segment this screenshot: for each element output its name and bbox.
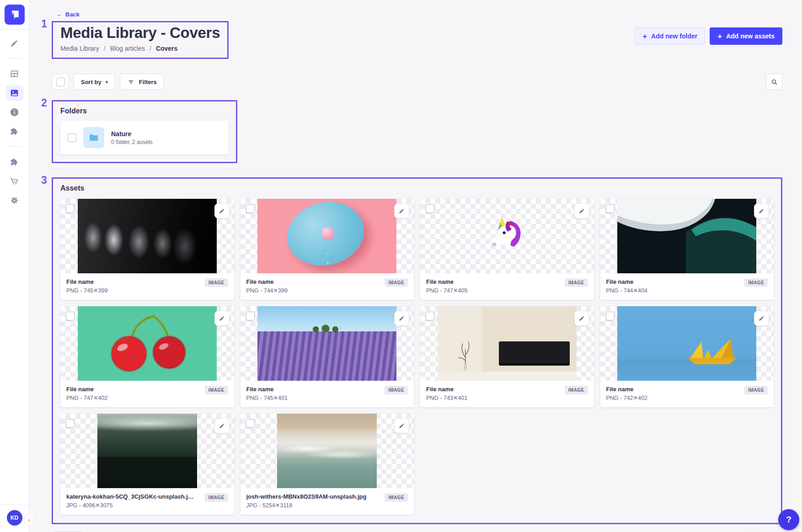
asset-file-name: kateryna-kokhan-5CQ_3CjSGKc-unsplash.jpg bbox=[66, 493, 194, 500]
strapi-logo-icon bbox=[9, 9, 21, 21]
gear-icon bbox=[10, 196, 19, 205]
asset-type-badge: IMAGE bbox=[205, 278, 228, 287]
search-button[interactable] bbox=[766, 74, 782, 90]
pencil-icon bbox=[219, 315, 225, 322]
asset-checkbox[interactable] bbox=[246, 312, 255, 320]
assets-grid: File name PNG - 745✕399 IMAGE File name bbox=[60, 199, 774, 515]
strapi-logo[interactable] bbox=[5, 5, 25, 25]
edit-asset-button[interactable] bbox=[574, 311, 589, 326]
add-new-assets-button[interactable]: + Add new assets bbox=[710, 27, 782, 45]
plant-graphic bbox=[457, 332, 474, 371]
asset-card: File name PNG - 747✕405 IMAGE bbox=[420, 199, 594, 300]
breadcrumb-blog-articles[interactable]: Blog articles bbox=[110, 45, 145, 52]
edit-asset-button[interactable] bbox=[754, 203, 769, 218]
asset-checkbox[interactable] bbox=[246, 419, 255, 428]
search-icon bbox=[770, 78, 778, 86]
asset-checkbox[interactable] bbox=[426, 312, 434, 320]
sidebar-item-purchase[interactable] bbox=[5, 173, 24, 189]
asset-card: File name PNG - 745✕399 IMAGE bbox=[60, 199, 234, 300]
edit-asset-button[interactable] bbox=[394, 418, 409, 433]
edit-asset-button[interactable] bbox=[394, 311, 409, 326]
add-folder-label: Add new folder bbox=[651, 32, 697, 40]
asset-file-meta: PNG - 742✕402 bbox=[606, 394, 647, 401]
breadcrumb-covers: Covers bbox=[156, 45, 177, 52]
puzzle-icon bbox=[10, 127, 19, 136]
edit-asset-button[interactable] bbox=[394, 203, 409, 218]
asset-file-meta: JPG - 5254✕3118 bbox=[246, 502, 367, 509]
asset-type-badge: IMAGE bbox=[385, 278, 408, 287]
sidebar-item-content-type-builder[interactable] bbox=[5, 66, 24, 81]
back-arrow-icon: ← bbox=[56, 11, 62, 18]
asset-checkbox[interactable] bbox=[66, 419, 75, 428]
puzzle-icon bbox=[10, 157, 19, 167]
asset-file-meta: PNG - 747✕405 bbox=[426, 287, 467, 294]
sidebar-collapse-button[interactable]: › bbox=[25, 514, 34, 526]
pencil-icon bbox=[10, 38, 19, 48]
asset-file-meta: PNG - 744✕404 bbox=[606, 287, 647, 294]
asset-thumbnail-cherries bbox=[78, 306, 217, 381]
asset-media bbox=[60, 414, 234, 488]
sidebar-item-documentation[interactable] bbox=[5, 104, 24, 120]
assets-heading: Assets bbox=[60, 184, 774, 192]
asset-type-badge: IMAGE bbox=[744, 278, 768, 287]
folder-icon-wrap bbox=[83, 127, 104, 148]
folder-checkbox[interactable] bbox=[68, 133, 76, 142]
asset-file-meta: JPG - 4096✕3075 bbox=[66, 502, 194, 509]
pencil-icon bbox=[578, 207, 585, 214]
asset-checkbox[interactable] bbox=[246, 204, 255, 213]
annotation-box-2: 2 Folders Nature 0 folder, 2 assets bbox=[52, 100, 237, 163]
asset-card: File name PNG - 742✕402 IMAGE bbox=[600, 306, 774, 407]
folder-name: Nature bbox=[111, 130, 153, 138]
asset-card: File name PNG - 747✕402 IMAGE bbox=[60, 306, 234, 407]
asset-media bbox=[241, 414, 414, 488]
sidebar-item-plugins[interactable] bbox=[5, 123, 24, 139]
asset-type-badge: IMAGE bbox=[565, 278, 588, 287]
edit-asset-button[interactable] bbox=[574, 203, 589, 218]
asset-checkbox[interactable] bbox=[66, 312, 75, 320]
asset-checkbox[interactable] bbox=[606, 204, 615, 213]
asset-file-meta: PNG - 743✕401 bbox=[426, 394, 467, 401]
asset-checkbox[interactable] bbox=[66, 204, 75, 213]
asset-thumbnail-beach-aerial bbox=[277, 414, 377, 488]
sidebar-item-marketplace[interactable] bbox=[5, 154, 24, 170]
plus-icon: + bbox=[717, 32, 722, 40]
filters-button[interactable]: Filters bbox=[120, 74, 164, 90]
folder-card-nature[interactable]: Nature 0 folder, 2 assets bbox=[60, 121, 229, 154]
breadcrumb-media-library[interactable]: Media Library bbox=[60, 45, 99, 52]
edit-asset-button[interactable] bbox=[214, 311, 230, 326]
asset-file-name: josh-withers-MBNx8O2S9AM-unsplash.jpg bbox=[246, 493, 367, 500]
asset-thumbnail-forest-lake bbox=[97, 414, 197, 488]
sidebar-item-settings[interactable] bbox=[5, 192, 24, 208]
back-label: Back bbox=[65, 11, 80, 18]
back-link[interactable]: ← Back bbox=[56, 11, 80, 18]
pencil-icon bbox=[398, 422, 405, 429]
asset-thumbnail-iceberg bbox=[617, 199, 756, 273]
edit-asset-button[interactable] bbox=[214, 418, 230, 433]
select-all-checkbox[interactable] bbox=[52, 74, 69, 90]
cherries-graphic bbox=[78, 306, 217, 381]
annotation-number-2: 2 bbox=[41, 97, 47, 109]
sidebar-item-content-manager[interactable] bbox=[5, 35, 24, 51]
pencil-icon bbox=[758, 315, 765, 322]
asset-checkbox[interactable] bbox=[426, 204, 434, 213]
filter-icon bbox=[127, 78, 135, 86]
checkbox-icon bbox=[56, 78, 65, 86]
asset-media bbox=[420, 199, 594, 273]
asset-checkbox[interactable] bbox=[606, 312, 615, 320]
asset-card: File name PNG - 743✕401 IMAGE bbox=[420, 306, 594, 407]
annotation-box-3: 3 Assets File name PNG - 745✕399 IMAGE bbox=[52, 177, 782, 524]
folders-heading: Folders bbox=[60, 107, 229, 115]
asset-media bbox=[60, 306, 234, 381]
add-new-folder-button[interactable]: + Add new folder bbox=[635, 27, 705, 45]
edit-asset-button[interactable] bbox=[214, 203, 230, 218]
asset-thumbnail-musicians bbox=[78, 199, 217, 273]
edit-asset-button[interactable] bbox=[754, 311, 769, 326]
avatar[interactable]: KD bbox=[7, 510, 22, 526]
help-button[interactable]: ? bbox=[778, 509, 799, 530]
sidebar-item-media-library[interactable] bbox=[5, 85, 24, 101]
cart-icon bbox=[10, 176, 19, 186]
sort-by-button[interactable]: Sort by ▾ bbox=[74, 74, 115, 90]
asset-thumbnail-paper-boat bbox=[617, 306, 756, 381]
unicorn-emoji bbox=[486, 215, 528, 257]
caret-down-icon: ▾ bbox=[106, 80, 108, 85]
